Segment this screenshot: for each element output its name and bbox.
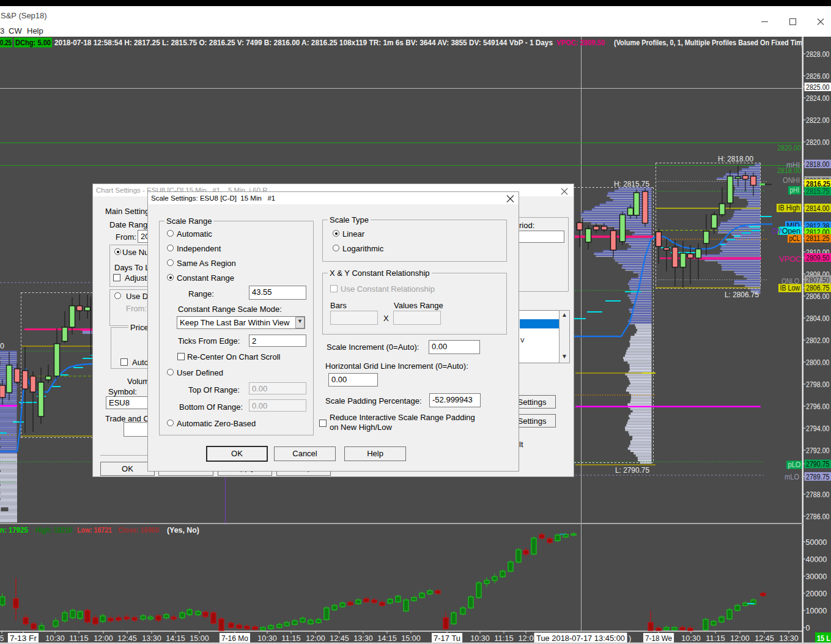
svg-text:11:15: 11:15 (706, 634, 725, 643)
svg-text:2811.25: 2811.25 (806, 234, 830, 243)
svg-text:2788.00: 2788.00 (806, 490, 830, 499)
svg-text:L: 2790.75: L: 2790.75 (615, 466, 649, 475)
svg-text:High: 18210: High: 18210 (35, 526, 72, 535)
svg-text:(Volume Profiles, 0, 1, Multip: (Volume Profiles, 0, 1, Multiple Profile… (614, 39, 802, 47)
svg-text:2822.00: 2822.00 (806, 116, 830, 125)
svg-text:2792.00: 2792.00 (806, 446, 830, 455)
svg-text:2807.50: 2807.50 (806, 276, 830, 284)
svg-text:11:15: 11:15 (494, 634, 514, 643)
svg-text:2802.00: 2802.00 (806, 336, 830, 345)
svg-text:20000: 20000 (806, 590, 827, 598)
svg-text:n: 17925: n: 17925 (0, 526, 28, 535)
svg-text:2786.00: 2786.00 (806, 513, 830, 521)
svg-text:2824.00: 2824.00 (806, 94, 830, 103)
svg-text:15:00: 15:00 (190, 634, 209, 643)
svg-text:2820.00: 2820.00 (806, 138, 830, 147)
svg-text:12:00: 12:00 (94, 634, 113, 643)
svg-text:2814.00: 2814.00 (806, 204, 830, 213)
svg-text:10:30: 10:30 (45, 634, 65, 643)
svg-text:(Yes, No): (Yes, No) (167, 526, 199, 535)
svg-text:IB Low: IB Low (780, 284, 800, 292)
svg-text:pHI: pHI (790, 186, 800, 194)
svg-text:2800.00: 2800.00 (806, 358, 830, 367)
svg-text:7-16 Mo: 7-16 Mo (221, 634, 248, 643)
svg-text:2790.75: 2790.75 (806, 460, 830, 468)
svg-text:2815.75: 2815.75 (806, 187, 830, 196)
svg-text:7-18 We: 7-18 We (645, 634, 672, 643)
svg-text:2828.00: 2828.00 (806, 50, 830, 59)
svg-text:7-17 Tu: 7-17 Tu (434, 634, 460, 643)
svg-text:VPOC: VPOC (779, 255, 801, 264)
svg-text:Low: 16721: Low: 16721 (77, 526, 112, 535)
svg-text:mHI: mHI (786, 161, 800, 169)
svg-text:30000: 30000 (806, 572, 827, 581)
svg-text:50000: 50000 (806, 538, 827, 547)
svg-text:7-13 Fr: 7-13 Fr (10, 634, 37, 643)
svg-text:2806.75: 2806.75 (806, 284, 830, 292)
svg-text:12:00: 12:00 (306, 634, 325, 643)
svg-text:40000: 40000 (806, 555, 827, 564)
svg-text:12:45: 12:45 (755, 634, 774, 643)
svg-text:2804.00: 2804.00 (806, 314, 830, 323)
svg-text:5: 5 (0, 634, 4, 643)
svg-text:H: 2815.75: H: 2815.75 (614, 180, 649, 188)
svg-text:10000: 10000 (806, 607, 827, 615)
svg-text:2825.00: 2825.00 (806, 83, 830, 92)
svg-text:14:15: 14:15 (166, 634, 185, 643)
svg-text:2809.50: 2809.50 (806, 254, 830, 262)
svg-text:VPOC: 2809.50: VPOC: 2809.50 (556, 39, 605, 47)
svg-text:CW\: CW\ (772, 227, 783, 235)
svg-text:2796.00: 2796.00 (806, 402, 830, 411)
svg-text:2794.00: 2794.00 (806, 424, 830, 433)
svg-text:DChg: 5.00: DChg: 5.00 (15, 39, 51, 47)
svg-text:12:45: 12:45 (330, 634, 349, 643)
svg-text:2789.75: 2789.75 (806, 473, 830, 481)
svg-text:mLO: mLO (785, 473, 799, 481)
svg-text:12:00: 12:00 (730, 634, 750, 643)
svg-text:pCL: pCL (789, 234, 800, 243)
svg-text:0: 0 (0, 342, 4, 350)
svg-text:L: 2806.75: L: 2806.75 (725, 291, 759, 299)
svg-text:10:30: 10:30 (681, 634, 701, 643)
svg-text:10:30: 10:30 (257, 634, 277, 643)
svg-text:Tue 2018-07-17 13:45:00: Tue 2018-07-17 13:45:00 (536, 634, 625, 643)
svg-text:2826.00: 2826.00 (806, 72, 830, 81)
svg-text:15 L: 15 L (817, 634, 830, 643)
svg-text:0.25: 0.25 (0, 39, 12, 47)
svg-text:13:30: 13:30 (142, 634, 161, 643)
svg-text:13:30: 13:30 (353, 634, 373, 643)
svg-text:13:30: 13:30 (779, 634, 799, 643)
svg-text:pLO: pLO (788, 461, 801, 469)
svg-text:2820.00: 2820.00 (777, 144, 801, 152)
svg-text:2818.00: 2818.00 (806, 160, 830, 169)
svg-text:15:00: 15:00 (401, 634, 421, 643)
svg-text:12:45: 12:45 (117, 634, 137, 643)
svg-text:IB High: IB High (778, 204, 800, 212)
svg-text:2018-07-18 12:58:54 H: 2817.25: 2018-07-18 12:58:54 H: 2817.25 L: 2815.7… (54, 39, 553, 47)
svg-text:Close: 16960: Close: 16960 (118, 526, 159, 535)
svg-text:2806.00: 2806.00 (806, 292, 830, 301)
svg-text:12:0: 12:0 (518, 634, 533, 643)
svg-text:11:15: 11:15 (281, 634, 301, 643)
svg-text:14:15: 14:15 (377, 634, 397, 643)
svg-text:ONHI: ONHI (783, 176, 800, 185)
svg-text:2798.00: 2798.00 (806, 380, 830, 389)
svg-text:H: 2818.00: H: 2818.00 (718, 155, 753, 163)
svg-text:): ) (629, 634, 631, 643)
svg-text:10:30: 10:30 (470, 634, 490, 643)
svg-text:11:15: 11:15 (69, 634, 89, 643)
svg-text:0: 0 (806, 624, 810, 632)
